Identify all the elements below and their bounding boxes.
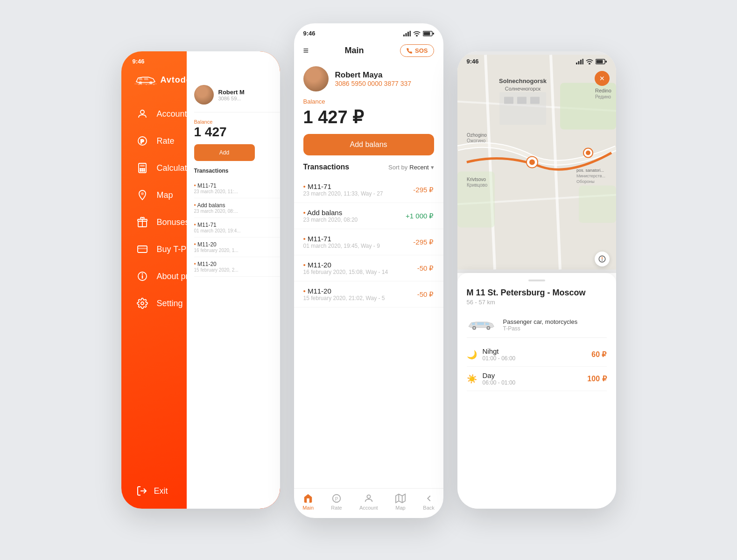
svg-rect-14 [140,165,145,167]
phone-icon [406,48,413,54]
slide-topup-button[interactable]: Add [194,144,255,161]
rate-row-day: ☀️ Day 06:00 - 01:00 100 ₽ [467,367,607,391]
svg-rect-48 [582,59,583,64]
svg-point-17 [143,168,144,169]
svg-point-64 [586,151,590,155]
nav-back[interactable]: Back [423,493,434,511]
svg-point-15 [140,168,140,169]
nav-account[interactable]: Account [359,493,378,511]
main-balance-section: Balance 1 427 ₽ [294,98,443,134]
svg-rect-25 [138,248,147,249]
slide-balance: Balance 1 427 [194,112,280,144]
wifi-icon-main [413,31,421,36]
card-icon [136,243,148,255]
sort-row[interactable]: Sort by Recent ▾ [388,164,434,171]
svg-text:Солнечногорск: Солнечногорск [505,86,540,91]
panel-handle [528,280,545,281]
time-map: 9:46 [467,58,479,65]
svg-rect-52 [605,61,607,63]
svg-point-28 [141,273,143,275]
sun-icon: ☀️ [467,374,477,384]
table-row: M11-20 15 february 2020, 21:02, Way - 5 … [294,281,443,308]
slide-user-row: Robert M 3086 59... [194,79,280,112]
parking-icon: P [136,135,148,147]
map-pin-icon [136,189,148,201]
nav-rate[interactable]: P Rate [331,493,342,511]
info-icon [136,270,148,282]
status-bar-main: 9:46 [294,23,443,41]
svg-text:Ожогино: Ожогино [467,138,486,143]
car-info: Passenger car, motorcycles T-Pass [503,318,578,332]
close-map-button[interactable]: ✕ [595,71,610,86]
svg-point-62 [529,160,535,165]
compass-button[interactable] [595,252,610,266]
status-icons-map [576,59,607,64]
slide-tx-list: M11-71 23 march 2020, 11:... Add balans … [194,179,280,277]
sos-button[interactable]: SOS [400,44,434,57]
list-item: M11-20 16 february 2020, 1... [194,238,280,257]
phone-map: 9:46 [457,51,616,509]
svg-text:P: P [140,139,144,144]
svg-point-19 [141,170,142,171]
gear-icon [136,297,148,309]
transaction-list: M11-71 23 march 2020, 11:33, Way - 27 -2… [294,177,443,488]
hamburger-icon[interactable]: ≡ [303,45,309,56]
main-header: ≡ Main SOS [294,41,443,62]
slide-panel: Robert M 3086 59... Balance 1 427 Add Tr… [187,51,280,509]
svg-point-80 [473,327,475,329]
slide-user-info: Robert M 3086 59... [218,89,245,101]
svg-point-20 [143,170,144,171]
signal-icon-main [403,31,411,36]
svg-point-29 [141,302,144,305]
svg-point-49 [589,63,590,64]
svg-marker-42 [396,494,405,503]
logo-car-icon [134,73,157,86]
battery-icon-main [423,31,434,36]
day-price: 100 ₽ [587,374,606,383]
svg-rect-31 [403,35,405,36]
nav-main[interactable]: Main [302,493,314,511]
svg-rect-34 [409,31,411,36]
svg-text:Krivtsovo: Krivtsovo [467,177,486,182]
car-image [467,318,497,332]
info-panel: M 11 St. Petersburg - Moscow 56 - 57 km … [457,273,616,509]
svg-rect-58 [504,97,513,104]
add-balance-button[interactable]: Add balans [303,134,434,155]
svg-rect-47 [580,60,582,64]
main-title: Main [345,46,364,56]
exit-button[interactable]: Exit [136,485,168,497]
main-user-info: Robert Maya 3086 5950 0000 3877 337 [335,70,412,87]
svg-text:Обороны: Обороны [576,179,595,184]
transactions-header: Transactions Sort by Recent ▾ [294,163,443,177]
exit-icon [136,485,147,497]
phone-main: 9:46 [294,23,443,518]
svg-point-82 [487,327,489,329]
main-avatar [303,66,329,91]
slide-avatar [194,85,214,105]
user-icon [136,108,148,120]
svg-rect-51 [596,60,603,63]
gift-icon [136,216,148,228]
time-menu: 9:46 [133,58,145,65]
map-area: Solnechnogorsk Солнечногорск Redino Реди… [457,51,616,273]
svg-point-16 [141,168,142,169]
map-svg: Solnechnogorsk Солнечногорск Redino Реди… [457,51,616,273]
svg-rect-38 [433,33,434,35]
svg-text:Министерств...: Министерств... [576,174,605,178]
svg-rect-56 [579,186,616,223]
main-user-row: Robert Maya 3086 5950 0000 3877 337 [294,62,443,98]
list-item: M11-71 23 march 2020, 11:... [194,179,280,198]
svg-text:pos. sanatori...: pos. sanatori... [576,168,604,173]
svg-text:P: P [335,497,338,502]
moon-icon: 🌙 [467,350,477,360]
svg-marker-78 [601,259,602,262]
phone-menu: 9:46 [121,51,280,509]
route-km: 56 - 57 km [467,299,607,306]
nav-map[interactable]: Map [395,493,406,511]
svg-rect-60 [530,97,540,104]
route-title: M 11 St. Petersburg - Moscow [467,288,607,298]
svg-point-21 [141,192,144,195]
battery-icon-map [596,59,607,64]
bottom-nav: Main P Rate Account Map Back [294,488,443,518]
slide-transactions-label: Transactions [194,168,280,174]
